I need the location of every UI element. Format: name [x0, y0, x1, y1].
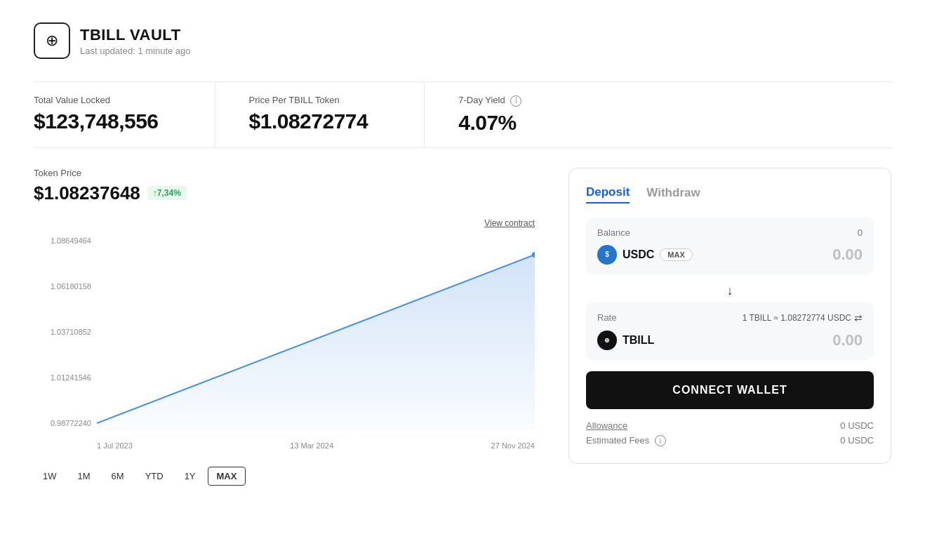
yield-stat: 7-Day Yield i 4.07%: [424, 82, 544, 147]
x-label-1: 1 Jul 2023: [97, 441, 133, 450]
y-label-5: 0.98772240: [34, 419, 97, 427]
allowance-row: Allowance 0 USDC: [586, 420, 874, 431]
chart-area: [97, 234, 535, 430]
logo-icon: ⊕: [34, 22, 70, 59]
view-contract-row: View contract: [34, 218, 535, 228]
price-change-badge: ↑7,34%: [147, 186, 187, 200]
main-layout: Token Price $1.08237648 ↑7,34% View cont…: [34, 168, 891, 486]
tbill-token-row: ⊕ TBILL 0.00: [597, 331, 863, 350]
chart-y-labels: 1.08649464 1.06180158 1.03710852 1.01241…: [34, 234, 97, 430]
connect-wallet-button[interactable]: CONNECT WALLET: [586, 371, 874, 409]
rate-row: Rate 1 TBILL ≈ 1.08272774 USDC ⇄: [597, 312, 863, 324]
header-text: TBILL VAULT Last updated: 1 minute ago: [80, 26, 191, 56]
arrow-separator: ↓: [586, 280, 874, 302]
fees-value: 0 USDC: [840, 435, 874, 447]
fees-label: Estimated Fees i: [586, 435, 666, 447]
yield-label: 7-Day Yield i: [458, 95, 521, 107]
time-btn-max[interactable]: MAX: [208, 467, 246, 486]
rate-label: Rate: [597, 312, 616, 323]
price-stat: Price Per TBILL Token $1.08272774: [215, 82, 391, 147]
time-btn-1m[interactable]: 1M: [69, 467, 100, 486]
allowance-value: 0 USDC: [840, 420, 874, 431]
footer-info: Allowance 0 USDC Estimated Fees i 0 USDC: [586, 420, 874, 447]
usdc-token-left: $ USDC MAX: [597, 245, 693, 265]
yield-info-icon[interactable]: i: [510, 95, 521, 107]
token-price-section: Token Price $1.08237648 ↑7,34%: [34, 168, 535, 204]
header: ⊕ TBILL VAULT Last updated: 1 minute ago: [34, 22, 891, 59]
x-label-3: 27 Nov 2024: [491, 441, 535, 450]
tvl-label: Total Value Locked: [34, 95, 159, 105]
balance-label: Balance: [597, 227, 630, 238]
y-label-3: 1.03710852: [34, 328, 97, 336]
y-label-2: 1.06180158: [34, 282, 97, 291]
chart-svg: [97, 234, 535, 430]
time-btn-1w[interactable]: 1W: [34, 467, 66, 486]
x-label-2: 13 Mar 2024: [290, 441, 333, 450]
token-price-value: $1.08237648: [34, 182, 140, 204]
tbill-icon: ⊕: [597, 331, 617, 350]
balance-card: Balance 0 $ USDC MAX 0.00: [586, 218, 874, 274]
y-label-4: 1.01241546: [34, 373, 97, 382]
usdc-token-name: USDC: [623, 248, 654, 261]
last-updated: Last updated: 1 minute ago: [80, 46, 191, 56]
tbill-token-name: TBILL: [623, 334, 654, 347]
token-price-label: Token Price: [34, 168, 535, 178]
time-filters: 1W 1M 6M YTD 1Y MAX: [34, 467, 535, 486]
price-value: $1.08272774: [249, 109, 368, 133]
usdc-token-row: $ USDC MAX 0.00: [597, 245, 863, 265]
fees-row: Estimated Fees i 0 USDC: [586, 435, 874, 447]
page-title: TBILL VAULT: [80, 26, 191, 44]
token-price-row: $1.08237648 ↑7,34%: [34, 182, 535, 204]
tab-deposit[interactable]: Deposit: [586, 185, 630, 204]
swap-icon[interactable]: ⇄: [854, 312, 863, 324]
view-contract-link[interactable]: View contract: [484, 218, 535, 228]
max-button[interactable]: MAX: [660, 248, 692, 261]
chart-container: 1.08649464 1.06180158 1.03710852 1.01241…: [34, 234, 535, 458]
balance-row: Balance 0: [597, 227, 863, 238]
y-label-1: 1.08649464: [34, 236, 97, 245]
chart-fill: [97, 255, 535, 430]
left-panel: Token Price $1.08237648 ↑7,34% View cont…: [34, 168, 535, 486]
usdc-amount: 0.00: [832, 246, 863, 264]
chart-x-labels: 1 Jul 2023 13 Mar 2024 27 Nov 2024: [97, 433, 535, 458]
time-btn-ytd[interactable]: YTD: [136, 467, 173, 486]
stats-row: Total Value Locked $123,748,556 Price Pe…: [34, 81, 891, 148]
usdc-icon: $: [597, 245, 617, 265]
tvl-value: $123,748,556: [34, 109, 159, 133]
rate-card: Rate 1 TBILL ≈ 1.08272774 USDC ⇄ ⊕ TBILL…: [586, 302, 874, 360]
price-label: Price Per TBILL Token: [249, 95, 368, 105]
rate-value: 1 TBILL ≈ 1.08272774 USDC ⇄: [743, 312, 863, 324]
time-btn-1y[interactable]: 1Y: [175, 467, 205, 486]
time-btn-6m[interactable]: 6M: [102, 467, 133, 486]
yield-value: 4.07%: [458, 111, 521, 135]
allowance-link[interactable]: Allowance: [586, 420, 627, 431]
tvl-stat: Total Value Locked $123,748,556: [34, 82, 181, 147]
fees-info-icon[interactable]: i: [655, 435, 666, 446]
right-panel: Deposit Withdraw Balance 0 $ USDC MAX 0.…: [568, 168, 891, 465]
tab-row: Deposit Withdraw: [586, 185, 874, 204]
tbill-token-left: ⊕ TBILL: [597, 331, 654, 350]
tab-withdraw[interactable]: Withdraw: [646, 185, 700, 204]
balance-value: 0: [858, 227, 863, 238]
tbill-amount: 0.00: [832, 331, 863, 349]
